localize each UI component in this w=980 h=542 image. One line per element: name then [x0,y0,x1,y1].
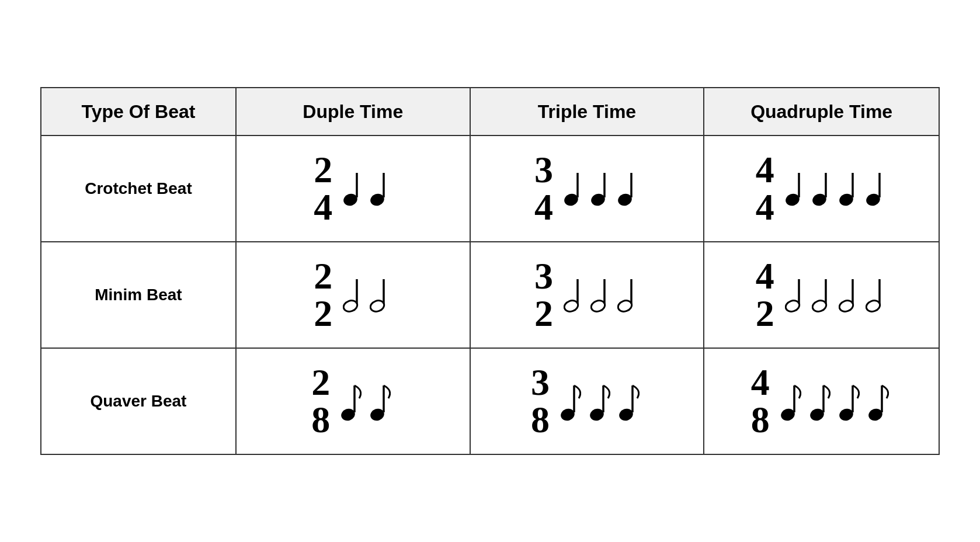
crotchet-note [343,168,365,209]
quaver-note [868,380,892,423]
crotchet-triple-notes [564,168,640,209]
music-table: Type Of Beat Duple Time Triple Time Quad… [40,87,940,455]
minim-quadruple-content: 4 2 [756,258,888,332]
crotchet-note [812,168,834,209]
minim-note [839,275,861,315]
minim-note [343,275,365,315]
crotchet-row: Crotchet Beat 2 4 [41,136,939,242]
crotchet-note [564,168,586,209]
crotchet-quadruple-notes [785,168,888,209]
crotchet-note [617,168,640,209]
crotchet-quadruple-cell: 4 4 [704,136,939,241]
quaver-quadruple-cell: 4 8 [704,349,939,454]
quaver-triple-content: 3 8 [531,364,643,439]
minim-note [370,275,392,315]
quaver-label-cell: Quaver Beat [41,349,237,454]
crotchet-quadruple-content: 4 4 [756,151,888,226]
minim-note [590,275,613,315]
header-row: Type Of Beat Duple Time Triple Time Quad… [41,88,939,136]
quaver-note [839,380,863,423]
time-sig-3-2: 3 2 [534,258,553,332]
crotchet-duple-notes [343,168,392,209]
crotchet-triple-cell: 3 4 [471,136,705,241]
minim-triple-cell: 3 2 [471,242,705,348]
minim-triple-content: 3 2 [534,258,640,332]
time-sig-3-8: 3 8 [531,364,550,439]
header-col4: Quadruple Time [704,88,939,135]
quaver-note [589,380,614,423]
minim-quadruple-notes [785,275,888,315]
crotchet-note [370,168,392,209]
quaver-duple-notes [340,380,394,423]
quaver-triple-notes [560,380,643,423]
crotchet-label-cell: Crotchet Beat [41,136,237,241]
quaver-note [340,380,365,423]
minim-duple-content: 2 2 [314,258,392,332]
quaver-quadruple-notes [780,380,892,423]
minim-note [866,275,888,315]
time-sig-2-8: 2 8 [311,364,330,439]
quaver-note [780,380,805,423]
header-col1: Type Of Beat [41,88,237,135]
minim-quadruple-cell: 4 2 [704,242,939,348]
time-sig-3-4: 3 4 [534,151,553,226]
minim-duple-notes [343,275,392,315]
time-sig-4-8: 4 8 [751,364,770,439]
minim-note [564,275,586,315]
time-sig-4-2: 4 2 [756,258,774,332]
crotchet-duple-content: 2 4 [314,151,392,226]
quaver-note [370,380,394,423]
time-sig-2-4: 2 4 [314,151,332,226]
crotchet-triple-content: 3 4 [534,151,640,226]
quaver-row: Quaver Beat 2 8 [41,349,939,454]
quaver-duple-content: 2 8 [311,364,394,439]
time-sig-2-2: 2 2 [314,258,332,332]
crotchet-duple-cell: 2 4 [237,136,471,241]
quaver-quadruple-content: 4 8 [751,364,892,439]
minim-note [812,275,834,315]
header-col3: Triple Time [471,88,705,135]
time-sig-4-4: 4 4 [756,151,774,226]
quaver-triple-cell: 3 8 [471,349,705,454]
quaver-note [809,380,834,423]
minim-duple-cell: 2 2 [237,242,471,348]
crotchet-note [590,168,613,209]
header-col2: Duple Time [237,88,471,135]
minim-note [785,275,807,315]
minim-label-cell: Minim Beat [41,242,237,348]
crotchet-note [839,168,861,209]
minim-note [617,275,640,315]
minim-triple-notes [564,275,640,315]
crotchet-note [785,168,807,209]
quaver-duple-cell: 2 8 [237,349,471,454]
minim-row: Minim Beat 2 2 [41,242,939,349]
quaver-note [618,380,643,423]
quaver-note [560,380,585,423]
crotchet-note [866,168,888,209]
